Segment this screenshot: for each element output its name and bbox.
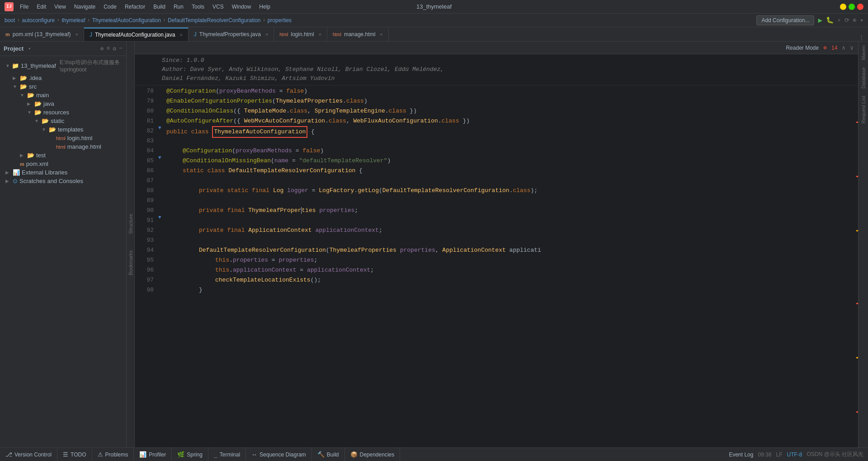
request-list-label[interactable]: Request List xyxy=(861,92,866,127)
tab-auto-close[interactable]: × xyxy=(179,32,182,38)
breadcrumb-boot[interactable]: boot xyxy=(5,17,15,24)
scroll-down-icon[interactable]: ∨ xyxy=(850,44,854,52)
editor-area: Reader Mode ⊗ 14 ∧ ∨ Since: 1.0.0 Author… xyxy=(135,42,858,447)
code-line-96: this.applicationContext = applicationCon… xyxy=(165,265,853,275)
breadcrumb-bar: boot › autoconfigure › thymeleaf › Thyme… xyxy=(0,14,868,27)
menu-run[interactable]: Run xyxy=(170,2,187,11)
tree-item-login-html[interactable]: ▶ html login.html xyxy=(0,134,126,142)
tab-login[interactable]: html login.html × xyxy=(274,28,327,41)
menu-navigate[interactable]: Navigate xyxy=(71,2,99,11)
tab-manage[interactable]: html manage.html × xyxy=(327,28,389,41)
breadcrumb-autoconfigure[interactable]: autoconfigure xyxy=(22,17,55,24)
reader-mode-button[interactable]: Reader Mode xyxy=(786,45,819,51)
tab-auto-icon: J xyxy=(90,32,92,38)
tree-item-ext-libs[interactable]: ▶ 📊 External Libraries xyxy=(0,168,126,177)
bottom-tab-spring[interactable]: 🌿 Spring xyxy=(172,448,208,461)
bookmarks-label[interactable]: Bookmarks xyxy=(128,247,133,279)
bottom-tab-problems[interactable]: ⚠ Problems xyxy=(92,448,134,461)
tree-label-src: src xyxy=(29,83,37,90)
tree-item-test[interactable]: ▶ 📂 test xyxy=(0,151,126,160)
event-log-link[interactable]: Event Log xyxy=(729,452,753,458)
code-line-91 xyxy=(165,216,853,226)
maven-label[interactable]: Maven xyxy=(861,42,866,64)
tab-props-close[interactable]: × xyxy=(265,32,268,37)
tab-login-close[interactable]: × xyxy=(319,32,321,37)
breadcrumb-default-resolver[interactable]: DefaultTemplateResolverConfiguration xyxy=(168,17,260,24)
tree-arrow-extlibs: ▶ xyxy=(5,170,11,175)
close-button[interactable]: × xyxy=(857,4,863,10)
editor-tab-bar: m pom.xml (13_thymeleaf) × J ThymeleafAu… xyxy=(0,27,868,42)
fold-icon-84[interactable]: ▼ xyxy=(158,125,161,131)
tab-pom[interactable]: m pom.xml (13_thymeleaf) × xyxy=(0,28,84,41)
tab-thymeleaf-auto[interactable]: J ThymeleafAutoConfiguration.java × xyxy=(84,28,189,41)
since-line: Since: 1.0.0 xyxy=(162,56,831,65)
debug-button[interactable]: 🐛 xyxy=(826,16,834,24)
bottom-tab-build[interactable]: 🔨 Build xyxy=(312,448,345,461)
tree-arrow-static: ▼ xyxy=(34,118,40,123)
tree-item-java[interactable]: ▶ 📂 java xyxy=(0,99,126,108)
scroll-up-icon[interactable]: ∧ xyxy=(842,44,845,52)
collapse-all-icon[interactable]: ≡ xyxy=(107,45,110,52)
menu-code[interactable]: Code xyxy=(100,2,120,11)
menu-refactor[interactable]: Refactor xyxy=(121,2,149,11)
menu-build[interactable]: Build xyxy=(150,2,169,11)
menu-vcs[interactable]: VCS xyxy=(209,2,227,11)
bottom-tab-sequence[interactable]: ↔ Sequence Diagram xyxy=(246,448,312,461)
tree-item-src[interactable]: ▼ 📂 src xyxy=(0,82,126,91)
menu-window[interactable]: Window xyxy=(228,2,255,11)
bottom-platform-info: OSDN @示头 社区风先 xyxy=(807,451,863,458)
menu-file[interactable]: File xyxy=(16,2,32,11)
left-panel-labels: Structure Bookmarks xyxy=(127,42,135,447)
tree-arrow-scratches: ▶ xyxy=(5,179,11,183)
run-button[interactable]: ▶ xyxy=(818,16,822,25)
add-configuration-button[interactable]: Add Configuration... xyxy=(756,15,814,25)
sidebar-minimize-icon[interactable]: − xyxy=(119,45,123,52)
tree-arrow-test: ▶ xyxy=(20,153,25,158)
code-line-85: @ConditionalOnMissingBean(name = "defaul… xyxy=(165,156,853,166)
bottom-tab-todo[interactable]: ☰ TODO xyxy=(57,448,92,461)
tree-item-manage-html[interactable]: ▶ html manage.html xyxy=(0,142,126,151)
minimize-button[interactable]: − xyxy=(840,4,846,10)
window-controls: − □ × xyxy=(840,4,863,10)
breadcrumb-properties[interactable]: properties xyxy=(268,17,292,24)
line-numbers: 78 79 80 81 82 83 84 85 86 87 88 89 90 9… xyxy=(135,85,157,447)
bottom-tab-terminal[interactable]: _ Terminal xyxy=(208,448,246,461)
bottom-tab-dependencies[interactable]: 📦 Dependencies xyxy=(345,448,401,461)
database-label[interactable]: Database xyxy=(861,64,866,92)
menu-edit[interactable]: Edit xyxy=(33,2,50,11)
menu-help[interactable]: Help xyxy=(255,2,274,11)
breadcrumb-thymeleaf[interactable]: thymeleaf xyxy=(62,17,85,24)
tree-item-pom[interactable]: ▶ m pom.xml xyxy=(0,160,126,168)
tree-item-templates[interactable]: ▼ 📂 templates xyxy=(0,125,126,134)
tree-label-pom: pom.xml xyxy=(26,160,48,167)
bottom-tab-version-control[interactable]: ⎇ Version Control xyxy=(0,448,57,461)
tree-item-main[interactable]: ▼ 📂 main xyxy=(0,91,126,99)
comment-header: Since: 1.0.0 Author: Dave Syer, Andy Wil… xyxy=(135,54,858,85)
tab-manage-close[interactable]: × xyxy=(380,32,382,37)
bottom-tab-profiler[interactable]: 📊 Profiler xyxy=(134,448,172,461)
tree-label-manage: manage.html xyxy=(67,143,101,150)
tree-item-static[interactable]: ▼ 📂 static xyxy=(0,117,126,125)
locate-file-icon[interactable]: ⊕ xyxy=(100,45,104,52)
tab-pom-close[interactable]: × xyxy=(75,32,78,37)
tree-item-root[interactable]: ▼ 📁 13_thymeleaf E:\hsp培训\分布式微服务\springb… xyxy=(0,58,126,74)
code-editor[interactable]: 78 79 80 81 82 83 84 85 86 87 88 89 90 9… xyxy=(135,85,858,447)
tree-item-resources[interactable]: ▼ 📂 resources xyxy=(0,108,126,117)
dependencies-label: Dependencies xyxy=(360,452,395,458)
fold-icon-94[interactable]: ▼ xyxy=(158,215,161,220)
menu-tools[interactable]: Tools xyxy=(188,2,208,11)
tab-overflow-button[interactable]: ⋮ xyxy=(855,34,868,41)
maximize-button[interactable]: □ xyxy=(849,4,855,10)
tab-props-icon: J xyxy=(194,31,197,38)
fold-icon-88[interactable]: ▼ xyxy=(158,155,161,160)
code-content[interactable]: @Configuration(proxyBeanMethods = false)… xyxy=(165,85,853,447)
sidebar-settings-icon[interactable]: ⚙ xyxy=(113,45,116,52)
sidebar-dropdown-icon[interactable]: ▾ xyxy=(28,46,31,52)
tree-item-idea[interactable]: ▶ 📂 .idea xyxy=(0,74,126,82)
structure-label[interactable]: Structure xyxy=(128,210,133,238)
tree-arrow-java: ▶ xyxy=(27,101,33,106)
tab-thymeleaf-props[interactable]: J ThymeleafProperties.java × xyxy=(189,28,274,41)
breadcrumb-thymeleaf-auto[interactable]: ThymeleafAutoConfiguration xyxy=(92,17,161,24)
tree-item-scratches[interactable]: ▶ ⊙ Scratches and Consoles xyxy=(0,177,126,185)
menu-view[interactable]: View xyxy=(51,2,70,11)
